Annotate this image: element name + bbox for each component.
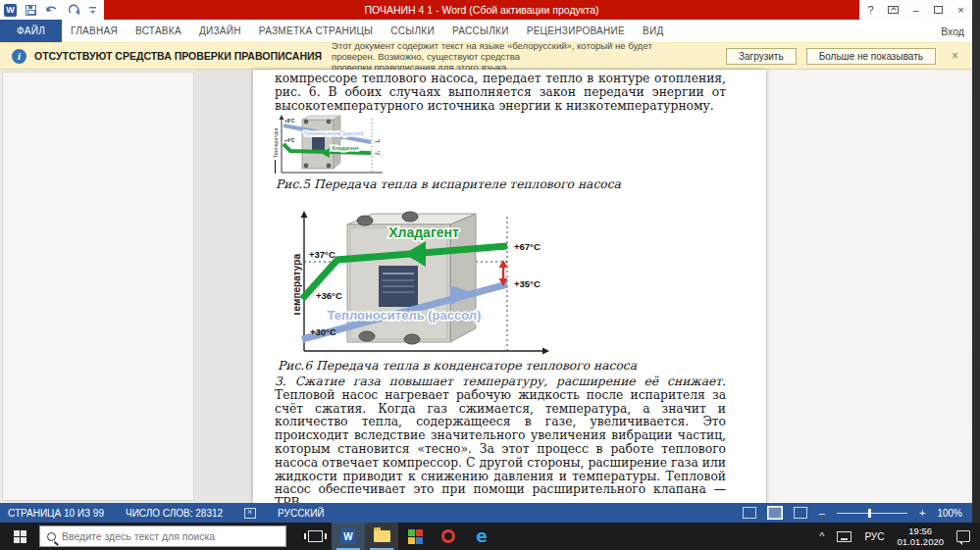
windows-logo-icon bbox=[14, 530, 26, 543]
fig6-temp-36: +36°C bbox=[316, 290, 342, 301]
warning-close-icon[interactable]: × bbox=[946, 49, 964, 63]
sign-in-link[interactable]: Вход bbox=[941, 20, 964, 42]
fig5-temp-left-top: +8°C bbox=[284, 119, 295, 124]
system-tray: ^ РУС 19:56 01.01.2020 bbox=[819, 525, 980, 547]
customize-qat-icon[interactable] bbox=[89, 5, 97, 15]
status-bar: СТРАНИЦА 10 ИЗ 99 ЧИСЛО СЛОВ: 28312 РУСС… bbox=[0, 503, 972, 523]
status-right: – + 100% bbox=[743, 507, 972, 519]
zoom-slider[interactable] bbox=[837, 513, 907, 514]
proofing-errors-icon[interactable] bbox=[244, 508, 256, 519]
navigation-pane[interactable] bbox=[2, 72, 194, 501]
print-layout-icon[interactable] bbox=[768, 507, 782, 519]
warning-title: ОТСУТСТВУЮТ СРЕДСТВА ПРОВЕРКИ ПРАВОПИСАН… bbox=[34, 50, 322, 62]
warning-actions: Загрузить Больше не показывать × bbox=[726, 48, 972, 65]
tray-chevron-icon[interactable]: ^ bbox=[819, 530, 824, 542]
fig6-temp-30: +30°C bbox=[310, 326, 336, 337]
page-margin-right bbox=[767, 70, 970, 503]
fig5-blue-line-label: Теплоноситель (рассол) bbox=[304, 130, 364, 136]
fig5-temp-right-low: +2 bbox=[375, 151, 381, 156]
maximize-icon bbox=[934, 6, 943, 14]
word-count[interactable]: ЧИСЛО СЛОВ: 28312 bbox=[126, 508, 223, 519]
tray-date: 01.01.2020 bbox=[897, 536, 944, 547]
status-left: СТРАНИЦА 10 ИЗ 99 ЧИСЛО СЛОВ: 28312 РУСС… bbox=[0, 508, 325, 519]
desktop-background: W ПОЧАНИН 4 1 - Word (Сбой активации про… bbox=[0, 0, 980, 550]
warning-message: Этот документ содержит текст на языке «б… bbox=[332, 40, 655, 73]
download-proofing-button[interactable]: Загрузить bbox=[726, 48, 797, 65]
fig6-temp-35: +35°C bbox=[514, 278, 541, 289]
search-input[interactable] bbox=[62, 530, 258, 542]
game-app-icon bbox=[408, 529, 423, 544]
read-mode-icon[interactable] bbox=[743, 507, 756, 519]
save-icon[interactable] bbox=[26, 5, 36, 16]
start-button[interactable] bbox=[0, 523, 39, 550]
fig5-temp-right-top: +4 bbox=[375, 139, 381, 144]
undo-icon[interactable] bbox=[45, 4, 59, 16]
paragraph-top: компрессоре теплового насоса, передает т… bbox=[275, 73, 726, 113]
minimize-button[interactable]: – bbox=[904, 0, 927, 20]
figure-5-caption: Рис.5 Передача тепла в испарителе теплов… bbox=[276, 177, 621, 191]
help-button[interactable]: ? bbox=[859, 0, 882, 20]
document-area: компрессоре теплового насоса, передает т… bbox=[0, 70, 972, 503]
window-controls: ? – × bbox=[859, 0, 972, 20]
fig6-temp-37: +37°C bbox=[309, 249, 335, 260]
taskbar-explorer-button[interactable] bbox=[365, 523, 398, 550]
zoom-level[interactable]: 100% bbox=[937, 508, 962, 519]
web-layout-icon[interactable] bbox=[794, 507, 807, 519]
fig6-temp-67: +67°C bbox=[514, 241, 541, 252]
fig6-green-line-label: Хладагент bbox=[388, 225, 459, 240]
search-icon bbox=[47, 532, 56, 541]
fig5-green-line-label: Хладагент bbox=[332, 145, 359, 151]
figure-6-condenser-diagram: Температура bbox=[294, 209, 552, 356]
taskbar-opera-button[interactable] bbox=[432, 523, 465, 550]
fig6-y-axis-label: Температура bbox=[294, 254, 302, 317]
taskbar-word-button[interactable]: W bbox=[332, 523, 365, 550]
clock[interactable]: 19:56 01.01.2020 bbox=[897, 525, 944, 547]
warning-message-line1: Этот документ содержит текст на языке «б… bbox=[332, 40, 655, 62]
paragraph-3-body: Тепловой насос нагревает рабочую жидкост… bbox=[275, 388, 726, 503]
document-page[interactable]: компрессоре теплового насоса, передает т… bbox=[253, 70, 766, 503]
edge-icon: e bbox=[476, 528, 488, 545]
figure-6-caption: Рис.6 Передача тепла в конденсаторе тепл… bbox=[278, 359, 637, 373]
dont-show-again-button[interactable]: Больше не показывать bbox=[806, 48, 936, 65]
window-title: ПОЧАНИН 4 1 - Word (Сбой активации проду… bbox=[104, 0, 859, 20]
zoom-slider-thumb[interactable] bbox=[868, 509, 871, 518]
title-bar: W ПОЧАНИН 4 1 - Word (Сбой активации про… bbox=[0, 0, 972, 20]
zoom-out-button[interactable]: – bbox=[819, 507, 825, 519]
word-window: W ПОЧАНИН 4 1 - Word (Сбой активации про… bbox=[0, 0, 972, 523]
word-app-icon[interactable]: W bbox=[4, 4, 17, 17]
file-explorer-icon bbox=[374, 530, 390, 542]
zoom-in-button[interactable]: + bbox=[919, 507, 925, 519]
tab-file[interactable]: ФАЙЛ bbox=[0, 20, 62, 42]
quick-access-toolbar: W bbox=[4, 0, 97, 20]
paragraph-3-lead: 3. Сжатие газа повышает температуру, рас… bbox=[275, 375, 726, 388]
fig5-y-axis-label: Температура bbox=[273, 127, 279, 158]
keyboard-layout-icon[interactable] bbox=[837, 531, 851, 542]
ribbon-display-options-button[interactable] bbox=[882, 0, 904, 20]
info-icon: i bbox=[12, 49, 26, 64]
taskbar-game-button[interactable] bbox=[398, 523, 432, 550]
close-button[interactable]: × bbox=[950, 0, 972, 20]
ribbon-display-icon bbox=[888, 6, 899, 14]
figure-5-evaporator-diagram: Температура Теплоноситель (рассол) Хлада… bbox=[273, 114, 388, 176]
page-margin-gap bbox=[195, 70, 253, 503]
tray-time: 19:56 bbox=[897, 525, 944, 536]
taskbar-search[interactable] bbox=[39, 525, 286, 547]
opera-icon bbox=[441, 529, 455, 543]
action-center-icon[interactable] bbox=[956, 530, 970, 542]
language-indicator[interactable]: РУССКИЙ bbox=[278, 508, 324, 519]
page-indicator[interactable]: СТРАНИЦА 10 ИЗ 99 bbox=[8, 508, 104, 519]
word-taskbar-icon: W bbox=[340, 528, 356, 544]
proofing-warning-bar: i ОТСУТСТВУЮТ СРЕДСТВА ПРОВЕРКИ ПРАВОПИС… bbox=[0, 42, 972, 70]
task-view-icon bbox=[308, 530, 323, 542]
fig5-temp-left-low: +4°C bbox=[284, 138, 295, 143]
tab-design[interactable]: ДИЗАЙН bbox=[190, 20, 250, 42]
fig6-blue-line-label: Теплоноситель (рассол) bbox=[328, 308, 482, 323]
tab-home[interactable]: ГЛАВНАЯ bbox=[62, 20, 127, 42]
taskbar-edge-button[interactable]: e bbox=[465, 523, 498, 550]
tray-language[interactable]: РУС bbox=[864, 531, 884, 542]
tab-insert[interactable]: ВСТАВКА bbox=[127, 20, 190, 42]
paragraph-3: 3. Сжатие газа повышает температуру, рас… bbox=[275, 375, 726, 503]
maximize-button[interactable] bbox=[927, 0, 950, 20]
task-view-button[interactable] bbox=[298, 523, 332, 550]
redo-icon[interactable] bbox=[68, 4, 80, 16]
